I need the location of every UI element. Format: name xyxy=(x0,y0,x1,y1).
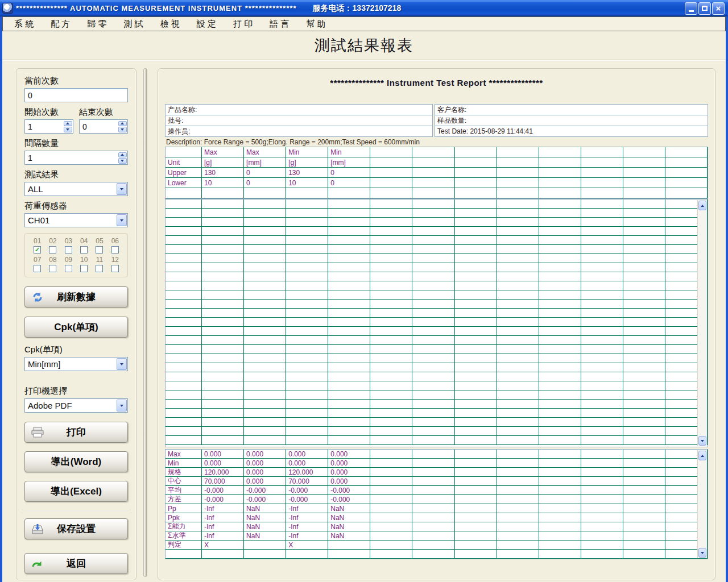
table-cell: Upper xyxy=(166,168,202,178)
channel-label: 10 xyxy=(80,256,88,264)
table-cell xyxy=(665,157,708,168)
scroll-up-button[interactable] xyxy=(698,201,706,210)
info-field: Test Date: 2015-08-29 11:44:41 xyxy=(435,126,708,137)
grid-cell xyxy=(370,218,412,227)
channel-checkbox[interactable]: ✓ xyxy=(34,246,41,253)
grid-cell xyxy=(286,263,328,272)
load-sensor-label: 荷重傳感器 xyxy=(24,201,128,211)
channel-checkbox[interactable] xyxy=(111,265,119,272)
grid-cell xyxy=(497,409,539,418)
grid-cell xyxy=(244,336,286,345)
cpk-select[interactable]: Min[mm] xyxy=(24,357,128,371)
panel-splitter[interactable] xyxy=(143,68,147,577)
spin-up-button[interactable] xyxy=(64,121,72,127)
export-word-label: 導出(Word) xyxy=(51,455,101,468)
grid-cell xyxy=(328,318,370,327)
maximize-button[interactable] xyxy=(698,2,711,15)
grid-cell xyxy=(623,418,665,427)
channel-checkbox[interactable] xyxy=(96,265,103,272)
grid-cell xyxy=(244,400,286,409)
spin-down-button[interactable] xyxy=(118,158,127,164)
table-cell xyxy=(497,147,539,157)
menu-item[interactable]: 打 印 xyxy=(229,18,257,31)
menu-item[interactable]: 檢 視 xyxy=(156,18,184,31)
save-settings-button[interactable]: 保存設置 xyxy=(24,518,128,539)
channel-checkbox[interactable] xyxy=(49,246,56,253)
grid-cell xyxy=(370,245,412,254)
titlebar: *************** AUTOMATIC MEASUREMENT IN… xyxy=(0,0,728,16)
spin-down-button[interactable] xyxy=(118,127,127,132)
refresh-data-button[interactable]: 刷新數據 xyxy=(24,286,128,307)
menu-item[interactable]: 語 言 xyxy=(265,18,293,31)
grid-cell xyxy=(166,245,202,254)
table-cell: Σ能力 xyxy=(166,522,202,531)
grid-cell xyxy=(539,436,581,445)
channel-checkbox[interactable] xyxy=(34,265,41,272)
end-count-stepper[interactable]: 0 xyxy=(79,119,128,134)
grid-cell xyxy=(497,263,539,272)
result-grid-scrollbar[interactable] xyxy=(697,200,707,446)
back-button[interactable]: 返回 xyxy=(24,553,128,574)
spin-down-button[interactable] xyxy=(64,127,72,132)
grid-cell xyxy=(328,381,370,390)
scroll-up-button[interactable] xyxy=(698,451,706,460)
start-count-stepper[interactable]: 1 xyxy=(24,119,73,134)
current-count-input[interactable]: 0 xyxy=(24,88,128,102)
table-cell xyxy=(581,504,623,513)
dropdown-button[interactable] xyxy=(117,214,127,226)
table-cell xyxy=(581,495,623,504)
channel-checkbox[interactable] xyxy=(49,265,56,272)
cpk-button[interactable]: Cpk(单項) xyxy=(24,317,128,338)
grid-cell xyxy=(623,218,665,227)
table-cell xyxy=(412,513,454,522)
minimize-button[interactable] xyxy=(685,2,697,15)
dropdown-button[interactable] xyxy=(117,400,127,411)
channel-checkbox[interactable] xyxy=(111,246,119,253)
dropdown-button[interactable] xyxy=(117,183,127,195)
scroll-down-button[interactable] xyxy=(698,436,706,446)
menu-item[interactable]: 配 方 xyxy=(46,18,75,31)
grid-cell xyxy=(328,409,370,418)
load-sensor-select[interactable]: CH01 xyxy=(24,213,128,227)
table-cell xyxy=(581,168,623,178)
grid-cell xyxy=(244,363,286,372)
channel-checkbox[interactable] xyxy=(96,246,103,253)
channel-checkbox[interactable] xyxy=(80,265,88,272)
export-word-button[interactable]: 導出(Word) xyxy=(24,451,128,472)
menu-item[interactable]: 測 試 xyxy=(119,18,148,31)
close-button[interactable]: × xyxy=(712,2,725,15)
grid-cell xyxy=(497,272,539,281)
menu-item[interactable]: 歸 零 xyxy=(82,18,111,31)
table-cell xyxy=(370,541,412,550)
menu-item[interactable]: 設 定 xyxy=(192,18,221,31)
table-cell xyxy=(497,477,539,486)
print-button[interactable]: 打印 xyxy=(24,422,128,443)
channel-label: 08 xyxy=(49,256,56,264)
channel-checkbox[interactable] xyxy=(65,265,72,272)
export-excel-button[interactable]: 導出(Excel) xyxy=(24,481,128,502)
channel-checkbox[interactable] xyxy=(80,246,88,253)
export-excel-label: 導出(Excel) xyxy=(51,485,102,498)
grid-cell xyxy=(166,372,202,381)
table-cell xyxy=(623,495,665,504)
printer-select[interactable]: Adobe PDF xyxy=(24,398,128,413)
menu-item[interactable]: 系 統 xyxy=(10,18,38,31)
menu-item[interactable]: 幫 助 xyxy=(301,18,330,31)
scroll-down-button[interactable] xyxy=(698,548,706,558)
channel-item: 01✓ xyxy=(30,237,45,253)
channel-label: 06 xyxy=(111,237,119,245)
channel-checkbox-group: 01✓0203040506070809101112 xyxy=(24,233,128,277)
table-cell: NaN xyxy=(328,522,370,531)
statistics-scrollbar[interactable] xyxy=(697,450,707,558)
table-cell: NaN xyxy=(244,504,286,513)
channel-checkbox[interactable] xyxy=(65,246,72,253)
spin-up-button[interactable] xyxy=(118,152,127,158)
grid-cell xyxy=(412,436,454,445)
spin-up-button[interactable] xyxy=(118,121,127,127)
interval-stepper[interactable]: 1 xyxy=(24,151,128,165)
grid-cell xyxy=(244,409,286,418)
test-result-select[interactable]: ALL xyxy=(24,182,128,196)
grid-cell xyxy=(202,281,244,290)
grid-cell xyxy=(539,427,581,436)
dropdown-button[interactable] xyxy=(117,358,127,370)
